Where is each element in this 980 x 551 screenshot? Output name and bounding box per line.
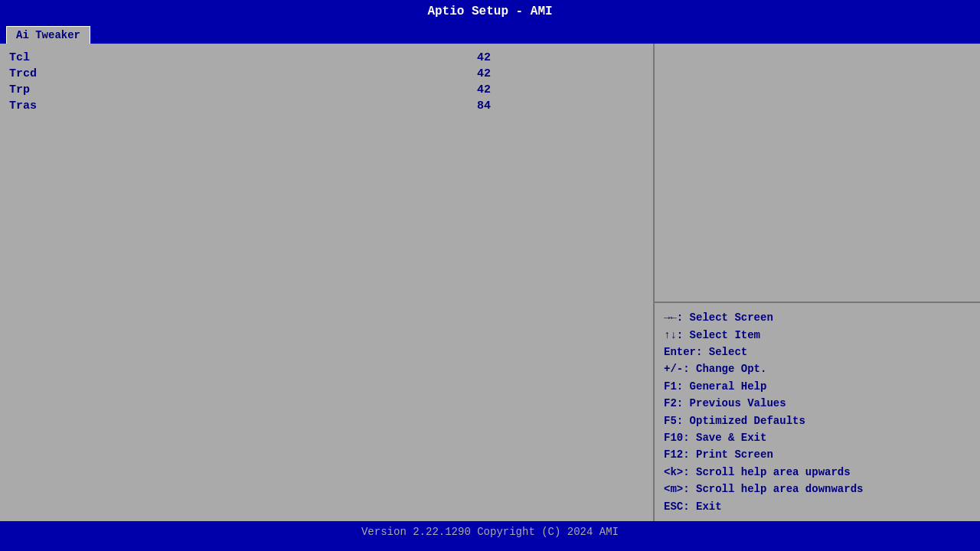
- setting-row: Trcd42: [9, 66, 644, 82]
- key-label: →←: Select Screen: [664, 311, 773, 324]
- key-help-row: ↑↓: Select Item: [664, 327, 971, 344]
- key-help-row: <k>: Scroll help area upwards: [664, 464, 971, 481]
- key-help-row: F2: Previous Values: [664, 395, 971, 412]
- key-label: +/-: Change Opt.: [664, 363, 766, 375]
- key-label: <m>: Scroll help area downwards: [664, 483, 863, 495]
- key-label: ↑↓: Select Item: [664, 329, 760, 341]
- setting-row: Tcl42: [9, 50, 644, 66]
- footer: Version 2.22.1290 Copyright (C) 2024 AMI: [0, 521, 980, 546]
- title-bar: Aptio Setup - AMI: [0, 0, 980, 23]
- key-label: F5: Optimized Defaults: [664, 415, 805, 427]
- key-label: F1: General Help: [664, 380, 766, 393]
- setting-row: Trp42: [9, 82, 644, 98]
- key-label: F12: Print Screen: [664, 448, 773, 461]
- key-help-row: →←: Select Screen: [664, 309, 971, 326]
- setting-value: 84: [477, 99, 491, 112]
- key-label: F2: Previous Values: [664, 397, 786, 409]
- tab-ai-tweaker[interactable]: Ai Tweaker: [6, 26, 90, 44]
- setting-name: Tras: [9, 99, 37, 112]
- key-label: ESC: Exit: [664, 500, 722, 513]
- footer-text: Version 2.22.1290 Copyright (C) 2024 AMI: [361, 526, 619, 538]
- key-help-row: +/-: Change Opt.: [664, 360, 971, 377]
- main-content: Tcl42Trcd42Trp42Tras84 →←: Select Screen…: [0, 44, 980, 521]
- setting-name: Trcd: [9, 67, 37, 80]
- key-help-row: ESC: Exit: [664, 498, 971, 515]
- key-help-row: F10: Save & Exit: [664, 429, 971, 446]
- setting-value: 42: [477, 51, 491, 64]
- key-label: F10: Save & Exit: [664, 432, 766, 444]
- right-panel: →←: Select Screen↑↓: Select ItemEnter: S…: [655, 44, 980, 521]
- setting-name: Trp: [9, 83, 30, 96]
- setting-value: 42: [477, 83, 491, 96]
- key-help-row: <m>: Scroll help area downwards: [664, 481, 971, 497]
- setting-row: Tras84: [9, 98, 644, 114]
- tab-bar: Ai Tweaker: [0, 23, 980, 44]
- key-label: <k>: Scroll help area upwards: [664, 466, 851, 478]
- app-title: Aptio Setup - AMI: [427, 5, 552, 18]
- key-help-area: →←: Select Screen↑↓: Select ItemEnter: S…: [655, 303, 980, 521]
- key-help-row: F1: General Help: [664, 378, 971, 395]
- setting-value: 42: [477, 67, 491, 80]
- key-label: Enter: Select: [664, 346, 747, 358]
- left-panel: Tcl42Trcd42Trp42Tras84: [0, 44, 655, 521]
- key-help-row: Enter: Select: [664, 344, 971, 360]
- key-help-row: F12: Print Screen: [664, 446, 971, 463]
- help-area: [655, 44, 980, 302]
- key-help-row: F5: Optimized Defaults: [664, 412, 971, 429]
- setting-name: Tcl: [9, 51, 30, 64]
